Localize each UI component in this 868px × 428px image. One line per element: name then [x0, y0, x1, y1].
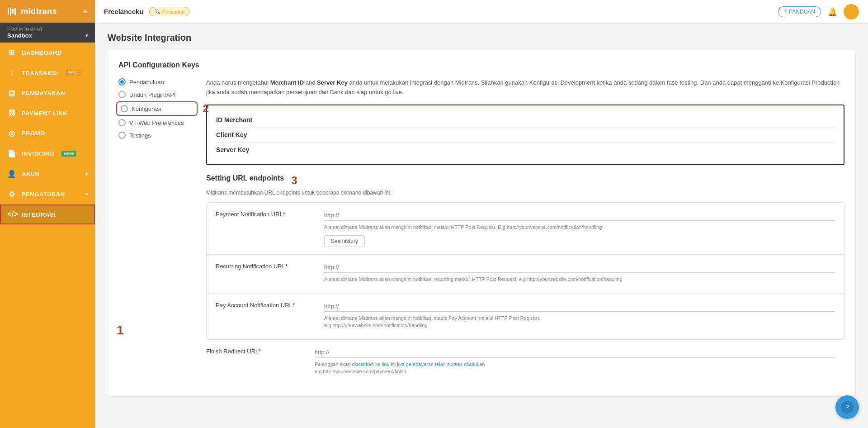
sidebar-item-invoicing[interactable]: 📄 INVOICING NEW — [0, 143, 95, 164]
sidebar-item-label: TRANSAKSI — [22, 70, 58, 76]
url-endpoints-box: Payment Notification URL* Alamat dimana … — [206, 202, 844, 340]
new-badge: NEW — [61, 151, 76, 157]
recurring-notification-input[interactable] — [324, 262, 835, 273]
sidebar-item-integrasi[interactable]: </> INTEGRASI — [0, 204, 95, 224]
right-content: Anda harus mengetahui Merchant ID and Se… — [206, 78, 844, 385]
environment-selector[interactable]: Environment Sandbox ▾ — [0, 23, 95, 43]
step-number-3: 3 — [291, 174, 297, 187]
sidebar-item-label: INTEGRASI — [22, 211, 56, 218]
step-konfigurasi[interactable]: Konfigurasi 2 — [118, 104, 195, 114]
sidebar-item-transaksi[interactable]: ↕ TRANSAKSI BETA — [0, 63, 95, 83]
sidebar-nav: ⊞ DASHBOARD ↕ TRANSAKSI BETA ▤ PEMBAYARA… — [0, 43, 95, 224]
content-card: API Configuration Keys Pendahuluan Unduh… — [108, 50, 855, 396]
svg-rect-1 — [10, 7, 11, 16]
payment-link-icon: ⛓ — [7, 109, 16, 117]
environment-label: Environment — [7, 27, 88, 32]
search-icon: 🔍 — [154, 9, 160, 14]
pay-account-notification-label: Pay Account Notification URL* — [216, 301, 315, 332]
payment-notification-input[interactable] — [324, 210, 835, 221]
finish-redirect-hint: Pelanggan akan diarahkan ke link ini jik… — [315, 361, 835, 376]
payment-notification-label: Payment Notification URL* — [216, 210, 315, 247]
pay-account-notification-row: Pay Account Notification URL* Alamat dim… — [207, 294, 844, 339]
api-key-server-key: Server Key — [216, 143, 835, 157]
sidebar-item-pembayaran[interactable]: ▤ PEMBAYARAN — [0, 83, 95, 103]
promo-icon: ◎ — [7, 129, 16, 138]
page-content: Website Integration API Configuration Ke… — [95, 24, 868, 428]
finish-redirect-field: Pelanggan akan diarahkan ke link ini jik… — [315, 347, 835, 378]
radio-konfigurasi — [121, 105, 128, 112]
sidebar-item-akun[interactable]: 👤 AKUN ▾ — [0, 164, 95, 184]
hamburger-icon[interactable]: ≡ — [83, 7, 88, 16]
user-avatar[interactable] — [844, 4, 859, 19]
finish-redirect-link[interactable]: diarahkan ke link ini jika pembayaran te… — [352, 361, 485, 367]
akun-icon: 👤 — [7, 170, 16, 178]
pengaturan-icon: ⚙ — [7, 190, 16, 199]
sidebar: midtrans ≡ Environment Sandbox ▾ ⊞ DASHB… — [0, 0, 95, 428]
radio-testings — [118, 132, 126, 139]
step-pendahuluan[interactable]: Pendahuluan — [118, 78, 195, 86]
transaksi-icon: ↕ — [7, 69, 16, 77]
sidebar-item-label: DASHBOARD — [22, 49, 62, 56]
panduan-button[interactable]: ? PANDUAN — [778, 6, 821, 17]
panduan-label: PANDUAN — [789, 9, 815, 15]
sidebar-item-promo[interactable]: ◎ PROMO — [0, 123, 95, 143]
logo-icon — [7, 6, 17, 16]
sidebar-item-label: PROMO — [22, 130, 45, 137]
step-vt-web[interactable]: VT-Web Preferences — [118, 119, 195, 126]
merchant-name: Freelanceku — [104, 8, 144, 15]
sidebar-item-label: AKUN — [22, 171, 40, 177]
svg-rect-0 — [8, 8, 9, 14]
step-unduh[interactable]: Unduh Plugin/API — [118, 91, 195, 98]
topbar-left: Freelanceku 🔍 Pencarian — [104, 7, 189, 16]
card-title: API Configuration Keys — [118, 61, 844, 69]
dashboard-icon: ⊞ — [7, 48, 16, 57]
topbar-right: ? PANDUAN 🔔 — [778, 4, 859, 19]
environment-chevron: ▾ — [85, 33, 88, 38]
payment-notification-field: Alamat dimana Midtrans akan mengirim not… — [324, 210, 835, 247]
sidebar-item-dashboard[interactable]: ⊞ DASHBOARD — [0, 43, 95, 63]
sidebar-item-label: PAYMENT LINK — [22, 110, 67, 117]
logo-text: midtrans — [21, 7, 57, 16]
svg-text:?: ? — [845, 404, 849, 411]
step-label: Testings — [129, 132, 151, 139]
recurring-notification-label: Recurring Notification URL* — [216, 262, 315, 286]
recurring-notification-hint: Alamat dimana Midtrans akan mengirim not… — [324, 276, 835, 283]
beta-badge: BETA — [65, 70, 81, 76]
description-text: Anda harus mengetahui Merchant ID and Se… — [206, 78, 844, 97]
support-widget[interactable]: ? — [835, 395, 859, 419]
integrasi-icon: </> — [7, 210, 16, 219]
step-testings[interactable]: Testings — [118, 132, 195, 139]
search-label: Pencarian — [162, 9, 185, 14]
pay-account-notification-field: Alamat dimana Midtrans akan mengirim not… — [324, 301, 835, 332]
search-badge[interactable]: 🔍 Pencarian — [149, 7, 190, 16]
page-title: Website Integration — [108, 33, 855, 43]
recurring-notification-field: Alamat dimana Midtrans akan mengirim not… — [324, 262, 835, 286]
two-column-layout: Pendahuluan Unduh Plugin/API Konfigurasi… — [118, 78, 844, 385]
akun-chevron: ▾ — [85, 171, 88, 176]
finish-redirect-row: Finish Redirect URL* Pelanggan akan diar… — [206, 340, 844, 385]
step-label: VT-Web Preferences — [129, 119, 184, 126]
sidebar-item-label: PEMBAYARAN — [22, 90, 65, 96]
step-label: Konfigurasi — [132, 105, 161, 112]
environment-value: Sandbox ▾ — [7, 32, 88, 39]
sidebar-item-payment-link[interactable]: ⛓ PAYMENT LINK — [0, 103, 95, 123]
radio-pendahuluan — [118, 78, 126, 86]
svg-rect-3 — [14, 8, 16, 15]
pay-account-notification-input[interactable] — [324, 301, 835, 312]
api-key-merchant-id: ID Merchant — [216, 113, 835, 128]
finish-redirect-input[interactable] — [315, 347, 835, 358]
api-key-client-key: Client Key — [216, 128, 835, 143]
sidebar-item-label: PENGATURAN — [22, 191, 65, 198]
payment-notification-row: Payment Notification URL* Alamat dimana … — [207, 203, 844, 255]
see-history-button[interactable]: See history — [324, 235, 365, 247]
url-section-desc: Midtrans membutuhkan URL endpoints untuk… — [206, 190, 844, 196]
main-content: Freelanceku 🔍 Pencarian ? PANDUAN 🔔 Webs… — [95, 0, 868, 428]
logo-area: midtrans — [7, 6, 57, 16]
api-keys-box: ID Merchant Client Key Server Key — [206, 105, 844, 165]
notification-icon[interactable]: 🔔 — [827, 7, 837, 17]
finish-redirect-label: Finish Redirect URL* — [206, 347, 306, 378]
step-label: Unduh Plugin/API — [129, 91, 176, 98]
sidebar-item-pengaturan[interactable]: ⚙ PENGATURAN ▾ — [0, 184, 95, 204]
sidebar-item-label: INVOICING — [22, 150, 54, 157]
radio-unduh — [118, 91, 126, 98]
